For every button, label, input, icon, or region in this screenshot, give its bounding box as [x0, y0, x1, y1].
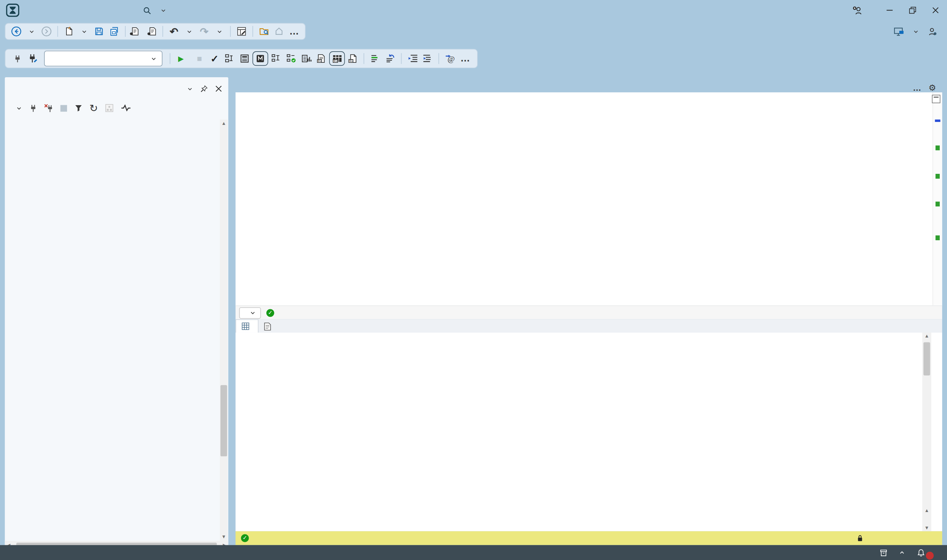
layout-dropdown[interactable] [908, 25, 923, 38]
client-stats-button[interactable] [299, 52, 314, 65]
new-query-button[interactable] [129, 25, 144, 38]
tab-results[interactable] [236, 320, 259, 332]
find-in-files-icon [259, 27, 269, 36]
refresh-icon[interactable]: ↻ [89, 102, 98, 114]
sign-in-button[interactable] [852, 6, 867, 15]
new-file-button[interactable] [62, 25, 76, 38]
close-button[interactable] [924, 0, 947, 20]
results-grid-icon [242, 322, 249, 330]
actual-plan-button[interactable] [269, 52, 283, 65]
save-icon [94, 27, 104, 36]
table-designer-button[interactable] [234, 25, 249, 38]
navigate-forward-button[interactable] [39, 25, 54, 38]
increase-indent-button[interactable] [420, 52, 435, 65]
navigate-back-dropdown[interactable] [24, 25, 38, 38]
chevron-down-icon [216, 28, 223, 34]
zoom-combo[interactable] [239, 307, 261, 319]
application-status-bar [0, 545, 947, 560]
success-check-icon: ✓ [241, 534, 249, 542]
standard-toolbar: ↶↷… [5, 23, 306, 40]
navigate-back-button[interactable] [9, 25, 24, 38]
bell-icon[interactable] [917, 549, 925, 557]
parse-button[interactable]: ✓ [207, 52, 222, 65]
object-explorer-header [5, 77, 228, 97]
close-icon[interactable] [215, 85, 222, 92]
estimated-plan-button[interactable] [222, 52, 237, 65]
execute-button[interactable]: ▶ [174, 54, 192, 63]
live-query-stats-button[interactable] [284, 52, 299, 65]
new-query-current-connection-button[interactable] [144, 25, 159, 38]
standard-toolbar-row: ↶↷… [0, 20, 947, 43]
server-status [850, 534, 873, 542]
account-settings-button[interactable] [925, 25, 940, 38]
search-control[interactable] [142, 6, 166, 15]
intellisense-toggle-icon [256, 54, 265, 63]
tree-vertical-scrollbar[interactable]: ▲ ▼ [220, 120, 228, 541]
toolbar-divider [439, 53, 439, 64]
notification-badge[interactable] [926, 552, 934, 560]
connect-plug-icon[interactable] [29, 103, 37, 113]
database-combo[interactable] [44, 51, 162, 66]
find-in-files-button[interactable] [257, 25, 271, 38]
toolbar-divider [401, 53, 402, 64]
template-parameters-button[interactable]: @ [443, 52, 457, 65]
chevron-down-icon [28, 28, 34, 34]
save-button[interactable] [92, 25, 106, 38]
intellisense-toggle-button[interactable] [253, 51, 268, 66]
change-connection-button[interactable] [25, 52, 40, 65]
chevron-down-icon [186, 28, 192, 34]
undo-dropdown[interactable] [182, 25, 196, 38]
results-to-file-button[interactable]: 01 [346, 52, 360, 65]
live-query-stats-icon [286, 54, 296, 63]
connect-dropdown[interactable] [12, 105, 22, 111]
query-options-button[interactable] [237, 52, 252, 65]
sql-editor[interactable] [236, 92, 942, 306]
toolbar-divider [162, 26, 163, 37]
issues-ok-icon: ✓ [266, 309, 274, 317]
undo-button[interactable]: ↶ [167, 25, 181, 38]
filter-icon[interactable] [74, 104, 83, 112]
results-to-text-button[interactable]: 01 [314, 52, 329, 65]
results-to-grid-button[interactable]: 01 [329, 51, 345, 66]
connect-button[interactable] [10, 52, 25, 65]
results-pane: ▲ ▲ ▼ [236, 332, 942, 531]
restore-button[interactable] [901, 0, 924, 20]
tab-messages[interactable] [259, 320, 280, 333]
disconnect-icon[interactable] [44, 103, 53, 113]
toolbar2-overflow-button[interactable]: … [458, 52, 473, 65]
layout-selector-button[interactable] [892, 25, 906, 38]
chevron-down-icon [150, 55, 157, 62]
main-area: ↻ ▲ ▼ ◀▶ … ⚙ [0, 74, 947, 545]
toolbar-divider [253, 26, 253, 37]
editor-scrollbar[interactable] [933, 92, 942, 306]
pin-icon[interactable] [200, 85, 208, 92]
layout-selector-icon [893, 27, 904, 36]
results-to-file-icon: 01 [348, 54, 357, 63]
uncomment-button[interactable] [383, 52, 397, 65]
restore-icon [909, 6, 916, 14]
chevron-down-icon[interactable] [187, 85, 193, 92]
chevron-up-icon[interactable] [899, 549, 905, 556]
comment-button[interactable] [368, 52, 382, 65]
save-all-button[interactable] [107, 25, 121, 38]
estimated-plan-icon [225, 54, 235, 63]
gear-icon[interactable]: ⚙ [929, 83, 936, 92]
new-file-dropdown[interactable] [77, 25, 91, 38]
results-vertical-scrollbar[interactable]: ▲ ▲ ▼ [922, 332, 932, 531]
toolbar-divider [230, 26, 231, 37]
person-plus-icon [852, 6, 863, 15]
navigate-objects-button[interactable] [272, 25, 286, 38]
table-designer-icon [237, 27, 246, 36]
toolbar-divider [57, 26, 58, 37]
split-editor-button[interactable] [932, 95, 941, 103]
redo-button[interactable]: ↷ [197, 25, 211, 38]
new-file-icon [64, 27, 74, 36]
minimize-button[interactable] [878, 0, 901, 20]
redo-dropdown[interactable] [212, 25, 226, 38]
query-status-bar: ✓ [236, 531, 942, 545]
decrease-indent-button[interactable] [405, 52, 420, 65]
toolbar-overflow-button[interactable]: … [287, 25, 301, 38]
tab-overflow-icon[interactable]: … [913, 83, 921, 92]
connect-icon [13, 54, 22, 63]
activity-monitor-icon[interactable] [121, 104, 131, 112]
